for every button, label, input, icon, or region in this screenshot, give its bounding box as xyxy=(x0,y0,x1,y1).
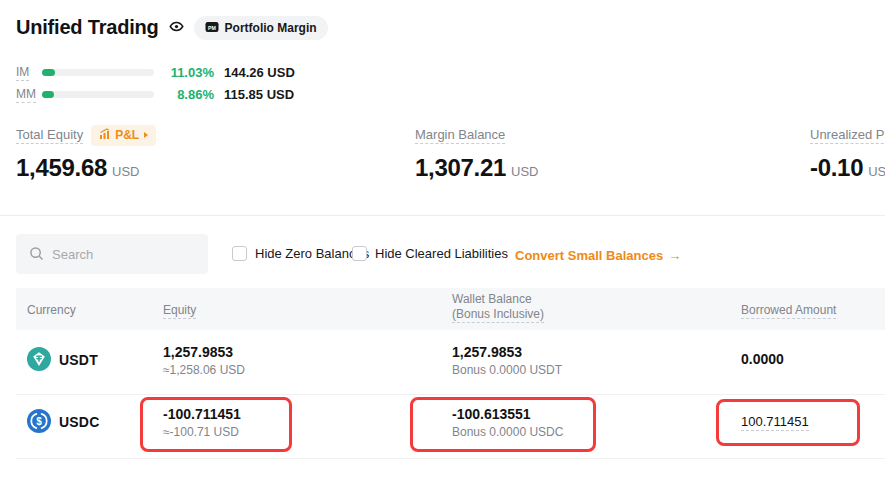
unified-trading-panel: Unified Trading PM Portfolio Margin IM xyxy=(0,0,885,478)
convert-small-balances-link[interactable]: Convert Small Balances → xyxy=(515,248,681,263)
row-divider xyxy=(16,394,885,395)
usdt-borrowed-value: 0.0000 xyxy=(741,351,784,367)
col-equity[interactable]: Equity xyxy=(163,303,196,317)
pnl-badge[interactable]: P&L xyxy=(91,125,156,146)
mm-percent: 8.86% xyxy=(160,87,214,102)
mm-progress-track xyxy=(42,91,154,98)
caret-right-icon xyxy=(144,132,148,138)
col-wallet-balance-line2[interactable]: (Bonus Inclusive) xyxy=(452,307,544,321)
portfolio-margin-badge[interactable]: PM Portfolio Margin xyxy=(194,16,328,40)
im-percent: 11.03% xyxy=(160,65,214,80)
pnl-badge-label: P&L xyxy=(115,128,139,142)
im-label[interactable]: IM xyxy=(16,65,42,79)
col-borrowed-amount[interactable]: Borrowed Amount xyxy=(741,303,836,317)
mm-ratio-row: MM 8.86% 115.85 USD xyxy=(16,86,294,102)
stat-total-equity: Total Equity P&L 1,459.68USD xyxy=(16,124,156,182)
unrealized-pnl-value: -0.10USD xyxy=(810,154,885,182)
hide-cleared-liabilities-checkbox[interactable]: Hide Cleared Liabilities xyxy=(352,246,508,261)
usdt-wallet-value: 1,257.9853 xyxy=(452,344,522,360)
balance-visibility-toggle[interactable] xyxy=(169,19,184,38)
unrealized-pnl-label[interactable]: Unrealized PnL xyxy=(810,127,885,144)
unrealized-pnl-unit: USD xyxy=(868,164,885,179)
svg-text:PM: PM xyxy=(208,24,216,30)
col-currency: Currency xyxy=(27,303,76,317)
im-amount: 144.26 USD xyxy=(224,65,295,80)
margin-balance-unit: USD xyxy=(511,164,538,179)
arrow-right-icon: → xyxy=(668,248,681,263)
usdt-equity-usd: ≈1,258.06 USD xyxy=(163,363,245,377)
pnl-chart-icon xyxy=(99,128,111,143)
mm-label[interactable]: MM xyxy=(16,87,42,101)
usdc-borrowed-value[interactable]: 100.711451 xyxy=(741,414,809,429)
section-divider xyxy=(0,215,885,216)
checkbox-icon xyxy=(232,246,247,261)
eye-icon xyxy=(169,19,184,38)
search-input[interactable] xyxy=(16,234,208,274)
page-title: Unified Trading xyxy=(16,16,159,39)
row-divider xyxy=(16,458,885,459)
usdt-equity-value: 1,257.9853 xyxy=(163,344,233,360)
usdt-wallet-bonus: Bonus 0.0000 USDT xyxy=(452,363,562,377)
im-progress-fill xyxy=(42,69,55,76)
total-equity-label[interactable]: Total Equity xyxy=(16,127,83,144)
margin-balance-label[interactable]: Margin Balance xyxy=(415,127,505,144)
margin-balance-value: 1,307.21USD xyxy=(415,154,538,182)
total-equity-value: 1,459.68USD xyxy=(16,154,156,182)
portfolio-margin-label: Portfolio Margin xyxy=(225,21,317,35)
stat-margin-balance: Margin Balance 1,307.21USD xyxy=(415,124,538,182)
total-equity-unit: USD xyxy=(112,164,139,179)
usdc-equity-value: -100.711451 xyxy=(163,406,241,422)
hide-cleared-liabilities-label: Hide Cleared Liabilities xyxy=(375,246,508,261)
header: Unified Trading PM Portfolio Margin xyxy=(16,14,328,40)
svg-text:$: $ xyxy=(36,416,42,427)
search-icon xyxy=(29,246,44,261)
usdt-coin-icon xyxy=(27,347,51,375)
stat-unrealized-pnl: Unrealized PnL -0.10USD xyxy=(810,124,885,182)
portfolio-margin-icon: PM xyxy=(205,20,219,37)
im-progress-track xyxy=(42,69,154,76)
search-box xyxy=(16,234,208,274)
col-wallet-balance-line1: Wallet Balance xyxy=(452,292,532,306)
hide-zero-balances-checkbox[interactable]: Hide Zero Balances xyxy=(232,246,369,261)
usdc-wallet-bonus: Bonus 0.0000 USDC xyxy=(452,425,563,439)
usdc-equity-usd: ≈-100.71 USD xyxy=(163,425,239,439)
mm-progress-fill xyxy=(42,91,54,98)
currency-name: USDC xyxy=(59,414,99,430)
checkbox-icon xyxy=(352,246,367,261)
im-ratio-row: IM 11.03% 144.26 USD xyxy=(16,64,295,80)
currency-name: USDT xyxy=(59,352,98,368)
usdc-coin-icon: $ xyxy=(27,409,51,437)
mm-amount: 115.85 USD xyxy=(224,87,294,102)
usdc-wallet-value: -100.613551 xyxy=(452,406,531,422)
